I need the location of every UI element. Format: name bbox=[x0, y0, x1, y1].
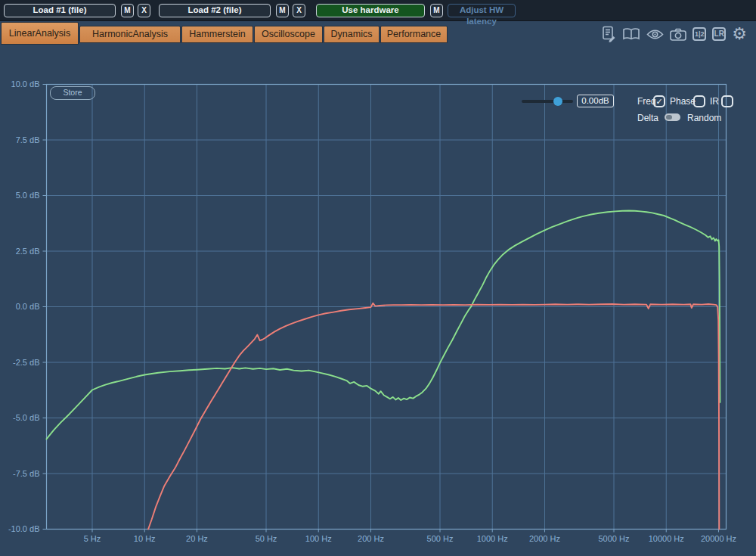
x-tick-label: 100 Hz bbox=[305, 534, 332, 543]
notes-edit-icon[interactable] bbox=[601, 26, 616, 42]
x-tick-label: 500 Hz bbox=[427, 534, 454, 543]
toolbar-icon-bar: 1|2 LR ⚙ bbox=[601, 25, 747, 43]
x-tick-label: 20000 Hz bbox=[701, 534, 736, 543]
ir-label: IR bbox=[710, 96, 719, 107]
mute-1-button[interactable]: M bbox=[121, 4, 134, 17]
close-2-button[interactable]: X bbox=[293, 4, 305, 17]
phase-label: Phase bbox=[670, 96, 696, 107]
mute-hardware-button[interactable]: M bbox=[430, 4, 443, 17]
adjust-hw-latency-button: Adjust HW latency bbox=[448, 4, 516, 17]
frequency-response-chart: 5 Hz10 Hz20 Hz50 Hz100 Hz200 Hz500 Hz100… bbox=[0, 0, 756, 556]
y-tick-label: 7.5 dB bbox=[16, 135, 40, 144]
top-bar: Load #1 (file) M X Load #2 (file) M X Us… bbox=[0, 0, 756, 21]
y-tick-label: -7.5 dB bbox=[13, 469, 39, 478]
x-tick-label: 50 Hz bbox=[256, 534, 277, 543]
delta-random-toggle[interactable] bbox=[665, 113, 680, 121]
tab-performance[interactable]: Performance bbox=[380, 26, 448, 43]
use-hardware-button[interactable]: Use hardware bbox=[316, 4, 425, 17]
file-1-frequency-response-curve bbox=[47, 211, 720, 440]
store-button[interactable]: Store bbox=[50, 86, 95, 100]
freq-checkbox[interactable]: ✓ bbox=[653, 95, 665, 107]
x-tick-label: 10000 Hz bbox=[649, 534, 684, 543]
level-value-field[interactable]: 0.00dB bbox=[577, 95, 614, 107]
y-tick-label: -2.5 dB bbox=[13, 358, 39, 367]
toggle-knob bbox=[666, 115, 672, 120]
tab-linear-analysis[interactable]: LinearAnalysis bbox=[1, 22, 79, 45]
tab-harmonic-analysis[interactable]: HarmonicAnalysis bbox=[79, 26, 181, 43]
load-file-2-button[interactable]: Load #2 (file) bbox=[159, 4, 271, 17]
x-tick-label: 5000 Hz bbox=[599, 534, 630, 543]
x-tick-label: 20 Hz bbox=[186, 534, 208, 543]
one-two-compare-icon[interactable]: 1|2 bbox=[692, 27, 706, 41]
eye-view-icon[interactable] bbox=[646, 29, 664, 40]
delta-label: Delta bbox=[637, 113, 658, 123]
tab-oscilloscope[interactable]: Oscilloscope bbox=[254, 26, 323, 43]
close-1-button[interactable]: X bbox=[138, 4, 150, 17]
x-tick-label: 2000 Hz bbox=[529, 534, 560, 543]
x-tick-label: 10 Hz bbox=[134, 534, 156, 543]
y-tick-label: -5.0 dB bbox=[13, 413, 39, 422]
x-tick-label: 1000 Hz bbox=[477, 534, 508, 543]
manual-book-icon[interactable] bbox=[622, 27, 640, 41]
settings-gear-icon[interactable]: ⚙ bbox=[732, 26, 747, 42]
x-tick-label: 200 Hz bbox=[358, 534, 384, 543]
x-tick-label: 5 Hz bbox=[84, 534, 101, 543]
left-right-channel-icon[interactable]: LR bbox=[712, 27, 726, 41]
y-tick-label: 10.0 dB bbox=[11, 79, 40, 89]
y-tick-label: 5.0 dB bbox=[16, 191, 40, 200]
mute-2-button[interactable]: M bbox=[276, 4, 289, 17]
y-tick-label: 2.5 dB bbox=[16, 247, 40, 256]
y-tick-label: -10.0 dB bbox=[8, 524, 40, 533]
tab-dynamics[interactable]: Dynamics bbox=[324, 26, 380, 43]
level-slider-thumb[interactable] bbox=[553, 97, 562, 106]
phase-checkbox[interactable] bbox=[693, 95, 705, 107]
ir-checkbox[interactable] bbox=[721, 95, 733, 107]
tab-hammerstein[interactable]: Hammerstein bbox=[181, 26, 253, 43]
file-2-frequency-response-curve bbox=[148, 303, 719, 530]
level-slider[interactable] bbox=[522, 100, 573, 103]
load-file-1-button[interactable]: Load #1 (file) bbox=[4, 4, 116, 17]
audio-analyzer-window: { "topbar": { "load1_label": "Load #1 (f… bbox=[0, 0, 756, 556]
y-tick-label: 0.0 dB bbox=[16, 302, 40, 311]
random-label: Random bbox=[687, 113, 721, 123]
analysis-controls: 0.00dB Freq ✓ Phase IR Delta Random bbox=[0, 45, 756, 79]
camera-snapshot-icon[interactable] bbox=[670, 28, 686, 41]
